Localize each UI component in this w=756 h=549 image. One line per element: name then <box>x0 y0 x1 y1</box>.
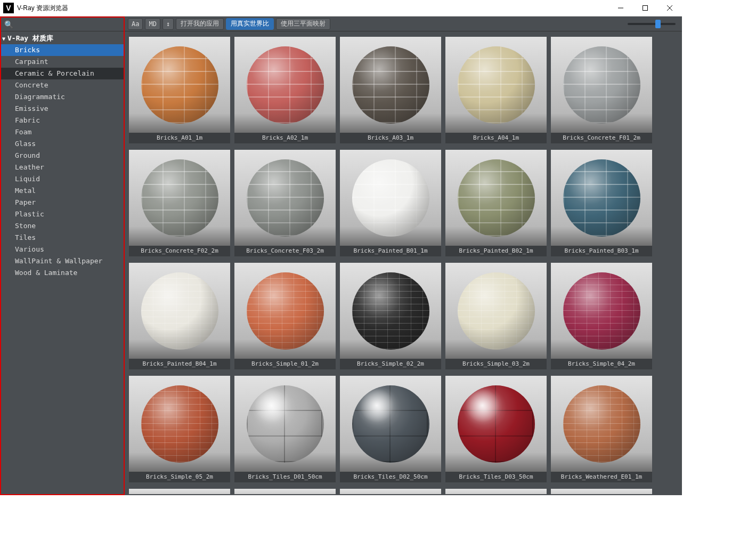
category-item[interactable]: Emissive <box>1 103 124 115</box>
toolbar: Aa MD ↕ 打开我的应用 用真实世界比 使用三平面映射 <box>125 17 682 31</box>
material-card[interactable]: Bricks_A03_1m <box>340 37 441 143</box>
sort-button[interactable]: ↕ <box>162 18 174 30</box>
material-sphere <box>563 272 640 350</box>
category-item[interactable]: Wood & Laminate <box>1 267 124 279</box>
material-sphere <box>352 272 429 350</box>
category-item[interactable]: Carpaint <box>1 56 124 68</box>
real-world-scale-button[interactable]: 用真实世界比 <box>226 18 274 30</box>
maximize-button[interactable] <box>633 0 657 16</box>
material-card[interactable]: Bricks_Concrete_F01_2m <box>551 37 652 143</box>
material-thumbnail <box>551 376 652 472</box>
material-thumbnail <box>340 376 441 472</box>
category-item[interactable]: Fabric <box>1 115 124 126</box>
md-button[interactable]: MD <box>145 18 160 30</box>
material-name: Bricks_A03_1m <box>340 133 441 143</box>
material-sphere <box>247 272 324 350</box>
material-name: Bricks_Concrete_F03_2m <box>234 246 336 256</box>
material-card[interactable]: Bricks_Simple_01_2m <box>234 263 336 369</box>
svg-rect-1 <box>643 6 648 11</box>
material-grid: Bricks_A01_1mBricks_A02_1mBricks_A03_1mB… <box>129 37 678 494</box>
triplanar-button[interactable]: 使用三平面映射 <box>276 18 330 30</box>
category-item[interactable]: Concrete <box>1 79 124 91</box>
minimize-button[interactable] <box>608 0 633 16</box>
material-sphere <box>352 46 429 124</box>
material-name: Bricks_Simple_05_2m <box>129 472 230 482</box>
material-name: Bricks_Tiles_D03_50cm <box>445 472 547 482</box>
category-item[interactable]: Glass <box>1 138 124 150</box>
material-thumbnail <box>234 150 336 246</box>
material-sphere <box>141 272 218 350</box>
material-thumbnail <box>129 37 230 133</box>
material-thumbnail <box>340 489 441 494</box>
category-item[interactable]: Plastic <box>1 208 124 220</box>
slider-thumb[interactable] <box>655 20 661 28</box>
category-item[interactable]: Leather <box>1 162 124 173</box>
case-toggle-button[interactable]: Aa <box>128 18 143 30</box>
material-name: Bricks_Painted_B03_1m <box>551 246 652 256</box>
material-thumbnail <box>340 37 441 133</box>
material-name: Bricks_Painted_B02_1m <box>445 246 547 256</box>
material-card[interactable]: Bricks_Concrete_F02_2m <box>129 150 230 256</box>
material-card[interactable] <box>551 489 652 494</box>
category-item[interactable]: Bricks <box>1 44 124 56</box>
category-item[interactable]: Liquid <box>1 173 124 185</box>
material-card[interactable] <box>129 489 230 494</box>
material-card[interactable]: Bricks_Concrete_F03_2m <box>234 150 336 256</box>
material-card[interactable]: Bricks_Tiles_D03_50cm <box>445 376 547 482</box>
category-item[interactable]: Diagrammatic <box>1 91 124 103</box>
category-item[interactable]: WallPaint & Wallpaper <box>1 255 124 267</box>
maximize-icon <box>643 5 648 11</box>
category-item[interactable]: Stone <box>1 220 124 232</box>
material-card[interactable]: Bricks_Painted_B01_1m <box>340 150 441 256</box>
material-sphere <box>141 46 218 124</box>
material-thumbnail <box>129 263 230 359</box>
material-card[interactable] <box>234 489 336 494</box>
material-card[interactable]: Bricks_Simple_05_2m <box>129 376 230 482</box>
material-sphere <box>458 46 535 124</box>
material-name: Bricks_Tiles_D01_50cm <box>234 472 336 482</box>
open-my-app-button[interactable]: 打开我的应用 <box>176 18 224 30</box>
material-card[interactable]: Bricks_Tiles_D01_50cm <box>234 376 336 482</box>
category-item[interactable]: Tiles <box>1 232 124 244</box>
material-card[interactable]: Bricks_Simple_04_2m <box>551 263 652 369</box>
material-sphere <box>563 46 640 124</box>
close-button[interactable] <box>657 0 682 16</box>
material-card[interactable]: Bricks_A01_1m <box>129 37 230 143</box>
material-card[interactable]: Bricks_Painted_B02_1m <box>445 150 547 256</box>
search-row: 🔍 <box>1 18 124 31</box>
category-item[interactable]: Foam <box>1 126 124 138</box>
material-thumbnail <box>340 263 441 359</box>
material-thumbnail <box>445 263 547 359</box>
material-grid-scroll[interactable]: Bricks_A01_1mBricks_A02_1mBricks_A03_1mB… <box>125 31 682 495</box>
material-card[interactable] <box>340 489 441 494</box>
material-card[interactable]: Bricks_A02_1m <box>234 37 336 143</box>
material-name: Bricks_Simple_04_2m <box>551 359 652 369</box>
material-card[interactable] <box>445 489 547 494</box>
material-thumbnail <box>551 150 652 246</box>
material-name: Bricks_Simple_03_2m <box>445 359 547 369</box>
material-thumbnail <box>129 489 230 494</box>
tree-root[interactable]: ▼ V-Ray 材质库 <box>1 31 124 44</box>
material-card[interactable]: Bricks_Weathered_E01_1m <box>551 376 652 482</box>
material-card[interactable]: Bricks_A04_1m <box>445 37 547 143</box>
category-item[interactable]: Paper <box>1 197 124 208</box>
category-item[interactable]: Ceramic & Porcelain <box>1 68 124 79</box>
material-card[interactable]: Bricks_Simple_02_2m <box>340 263 441 369</box>
search-icon: 🔍 <box>4 20 13 29</box>
material-sphere <box>458 159 535 237</box>
material-card[interactable]: Bricks_Tiles_D02_50cm <box>340 376 441 482</box>
content: Aa MD ↕ 打开我的应用 用真实世界比 使用三平面映射 Bricks_A01… <box>125 17 682 495</box>
category-item[interactable]: Ground <box>1 150 124 162</box>
search-input[interactable] <box>15 19 120 30</box>
material-card[interactable]: Bricks_Simple_03_2m <box>445 263 547 369</box>
material-card[interactable]: Bricks_Painted_B04_1m <box>129 263 230 369</box>
material-sphere <box>458 272 535 350</box>
category-item[interactable]: Various <box>1 244 124 255</box>
thumbnail-size-slider[interactable] <box>628 23 676 25</box>
material-sphere <box>458 385 535 463</box>
category-item[interactable]: Metal <box>1 185 124 197</box>
material-card[interactable]: Bricks_Painted_B03_1m <box>551 150 652 256</box>
material-thumbnail <box>340 150 441 246</box>
material-name: Bricks_Painted_B01_1m <box>340 246 441 256</box>
material-thumbnail <box>129 150 230 246</box>
